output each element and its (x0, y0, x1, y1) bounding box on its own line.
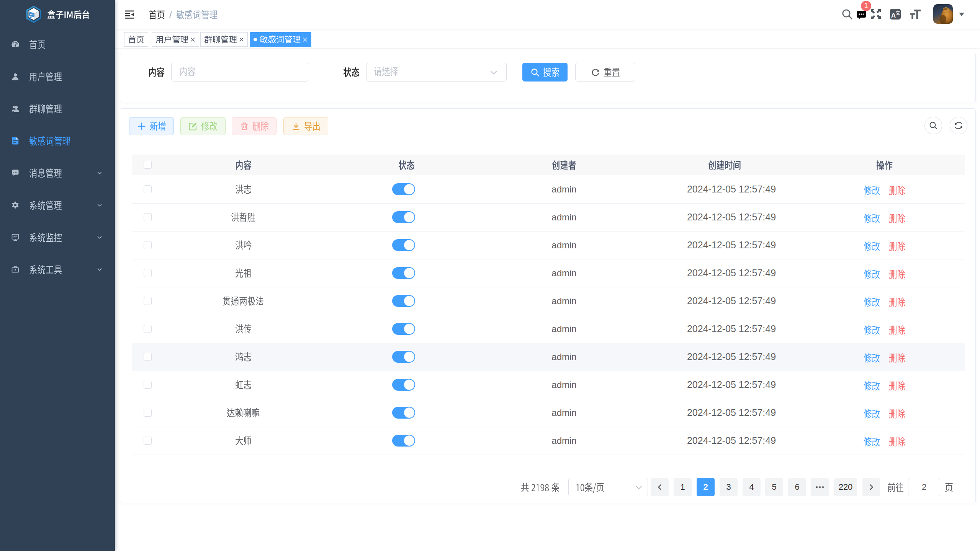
svg-text:A: A (891, 12, 896, 19)
